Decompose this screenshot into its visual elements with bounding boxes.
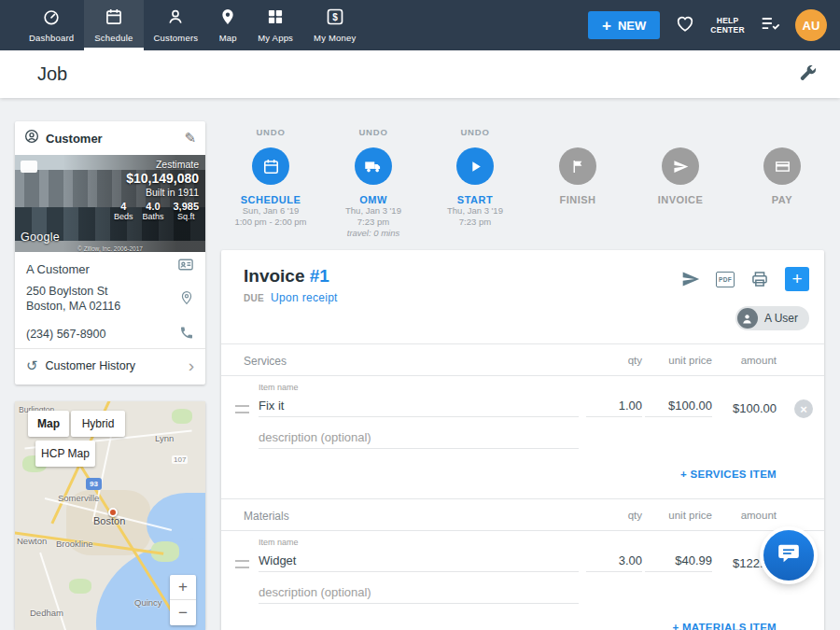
photo-credit: © Zillow, Inc. 2006-2017 [15, 245, 205, 252]
heart-icon[interactable] [675, 13, 695, 37]
map-park [69, 579, 91, 594]
map-label: Dedham [30, 608, 63, 618]
invoice-card: Invoice #1 DUE Upon receipt PDF + A User… [221, 250, 824, 630]
drag-handle[interactable] [235, 405, 249, 413]
nav-item-dashboard[interactable]: Dashboard [19, 0, 84, 50]
pay-card-icon[interactable] [763, 147, 801, 185]
invoice-due: DUE Upon receipt [244, 291, 338, 304]
undo-link[interactable]: UNDO [358, 127, 387, 141]
top-navbar: Dashboard Schedule Customers Map My Apps… [0, 0, 840, 50]
nav-label: My Apps [258, 33, 293, 43]
omw-truck-icon[interactable] [355, 147, 392, 185]
finish-flag-icon[interactable] [559, 147, 596, 185]
start-play-icon[interactable] [456, 147, 494, 185]
map-label: Quincy [134, 597, 162, 608]
due-label: DUE [244, 293, 264, 303]
page-title: Job [37, 63, 67, 85]
edit-pencil-icon[interactable]: ✎ [184, 130, 196, 147]
map-type-button-hcp[interactable]: HCP Map [35, 441, 95, 467]
nav-item-my-apps[interactable]: My Apps [247, 0, 303, 50]
customer-card-header: Customer ✎ [15, 121, 205, 155]
assigned-user-name: A User [764, 312, 798, 325]
add-materials-item-link[interactable]: + MATERIALS ITEM [672, 622, 777, 630]
new-button[interactable]: + NEW [588, 11, 660, 39]
customer-history-row[interactable]: ↺ Customer History › [15, 349, 205, 382]
map-type-button-map[interactable]: Map [28, 411, 69, 437]
drag-handle[interactable] [235, 560, 249, 568]
step-travel: travel: 0 mins [347, 228, 400, 239]
route-number-label: 107 [172, 455, 188, 464]
timeline-step-schedule: UNDO SCHEDULE Sun, Jan 6 '19 1:00 pm - 2… [219, 127, 322, 228]
customer-card-title: Customer [46, 132, 184, 146]
phone-icon[interactable] [179, 325, 194, 343]
user-chip-avatar [737, 308, 758, 329]
job-tools-icon[interactable] [797, 63, 818, 88]
property-stats: 4Beds 4.0Baths 3,985Sq.ft [114, 201, 199, 221]
map-canvas[interactable]: Burlington Lynn 107 93 Somerville Boston… [15, 401, 205, 630]
map-label: Lynn [155, 433, 174, 443]
step-label: SCHEDULE [241, 194, 301, 205]
contact-card-icon[interactable] [177, 257, 194, 276]
material-description-input[interactable] [259, 582, 579, 604]
service-item-name-input[interactable] [259, 396, 579, 417]
map-widget: Burlington Lynn 107 93 Somerville Boston… [15, 401, 205, 630]
qty-column-header: qty [628, 355, 642, 366]
stat-baths: 4.0Baths [142, 201, 163, 221]
remove-item-icon[interactable]: × [794, 399, 813, 418]
send-invoice-icon[interactable] [681, 270, 700, 288]
address-line2: Boston, MA 02116 [26, 299, 194, 314]
invoice-send-icon[interactable] [662, 147, 699, 185]
streetview-icon[interactable] [21, 161, 37, 173]
invoice-number[interactable]: #1 [310, 266, 329, 286]
map-street [39, 553, 66, 630]
undo-link[interactable]: UNDO [256, 127, 285, 141]
due-value-link[interactable]: Upon receipt [271, 291, 338, 304]
item-name-label: Item name [259, 383, 299, 392]
location-pin-icon[interactable] [179, 290, 194, 309]
nav-item-map[interactable]: Map [208, 0, 247, 50]
zoom-in-button[interactable]: + [170, 575, 196, 600]
schedule-step-icon[interactable] [252, 147, 289, 185]
help-center-line2: CENTER [710, 25, 745, 35]
add-invoice-item-button[interactable]: + [785, 267, 809, 291]
map-type-button-hybrid[interactable]: Hybrid [71, 411, 125, 437]
item-name-label: Item name [259, 538, 299, 547]
nav-item-schedule[interactable]: Schedule [84, 0, 143, 50]
nav-item-customers[interactable]: Customers [144, 0, 209, 50]
help-center-link[interactable]: HELP CENTER [710, 16, 745, 35]
new-button-label: NEW [618, 19, 646, 33]
nav-label: Customers [154, 33, 199, 43]
amount-column-header: amount [741, 510, 777, 521]
undo-link[interactable]: UNDO [460, 127, 489, 141]
zestimate-label: Zestimate [114, 159, 199, 170]
print-icon[interactable] [750, 270, 769, 288]
history-icon: ↺ [26, 357, 38, 374]
zoom-out-button[interactable]: − [170, 600, 196, 625]
map-label: Brookline [56, 539, 93, 549]
service-qty-input[interactable] [586, 396, 642, 417]
apps-grid-icon [266, 7, 285, 30]
user-avatar[interactable]: AU [795, 9, 827, 41]
tasks-checklist-icon[interactable] [760, 13, 780, 37]
nav-item-my-money[interactable]: $ My Money [303, 0, 366, 50]
timeline-step-pay: PAY [731, 127, 833, 205]
customer-phone-row: (234) 567-8900 [15, 319, 205, 349]
add-services-item-link[interactable]: + SERVICES ITEM [680, 469, 777, 480]
money-icon: $ [326, 7, 344, 30]
service-description-input[interactable] [259, 427, 579, 449]
page-header: Job [0, 50, 840, 98]
pdf-icon[interactable]: PDF [716, 272, 735, 287]
invoice-title-text: Invoice [244, 266, 304, 286]
invoice-toolbar: PDF + [681, 267, 809, 291]
material-qty-input[interactable] [586, 551, 642, 572]
divider [221, 375, 824, 376]
timeline-step-invoice: INVOICE [629, 127, 732, 205]
help-center-line1: HELP [710, 16, 745, 25]
assigned-user-chip[interactable]: A User [735, 306, 809, 330]
material-item-name-input[interactable] [259, 551, 579, 572]
service-unit-price-input[interactable] [645, 396, 712, 417]
chat-launcher-button[interactable] [763, 530, 814, 581]
material-unit-price-input[interactable] [645, 551, 712, 572]
step-date: Thu, Jan 3 '19 [345, 205, 401, 217]
customer-icon [24, 129, 39, 147]
